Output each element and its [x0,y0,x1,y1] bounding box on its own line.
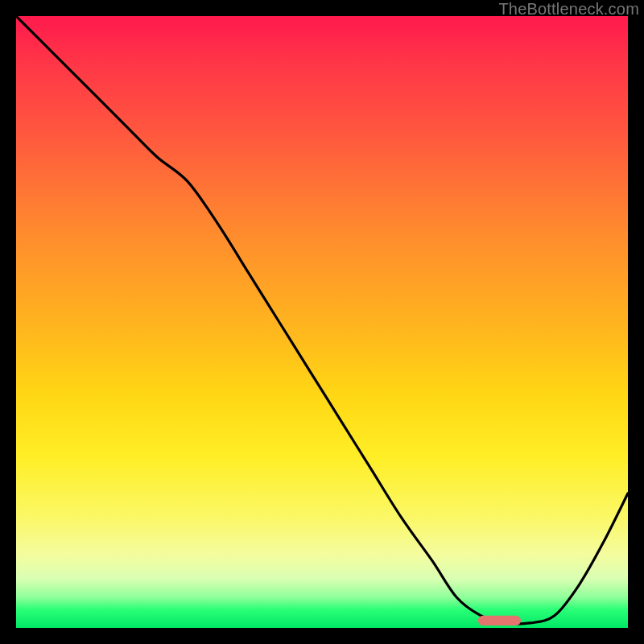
curve-layer [16,16,628,628]
bottleneck-curve [16,16,628,624]
watermark-text: TheBottleneck.com [498,0,639,19]
plot-area [16,16,628,628]
optimal-marker [478,616,521,625]
chart-frame: TheBottleneck.com [0,0,644,644]
